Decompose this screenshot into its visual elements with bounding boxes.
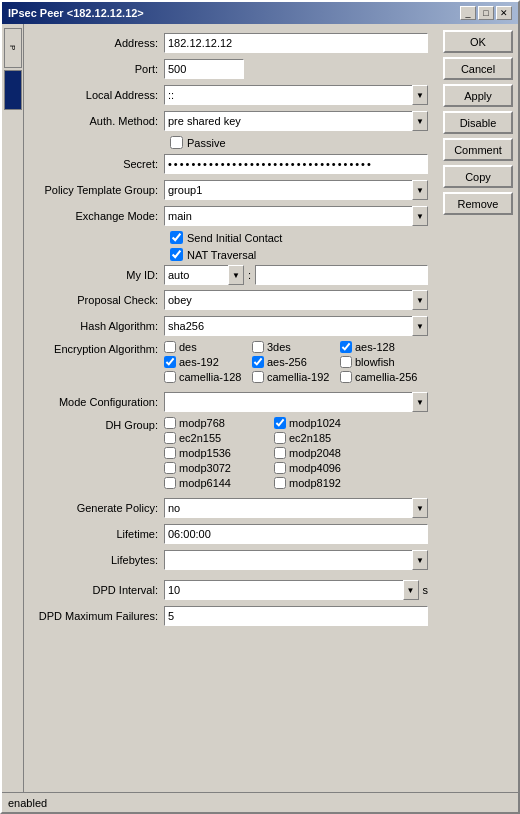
lifetime-input[interactable] — [164, 524, 428, 544]
copy-button[interactable]: Copy — [443, 165, 513, 188]
dh-modp2048-checkbox[interactable] — [274, 447, 286, 459]
cancel-button[interactable]: Cancel — [443, 57, 513, 80]
minimize-button[interactable]: _ — [460, 6, 476, 20]
enc-camellia256-checkbox[interactable] — [340, 371, 352, 383]
remove-button[interactable]: Remove — [443, 192, 513, 215]
comment-button[interactable]: Comment — [443, 138, 513, 161]
enc-3des-label: 3des — [267, 341, 291, 353]
dh-modp4096-checkbox[interactable] — [274, 462, 286, 474]
generate-policy-input[interactable] — [164, 498, 412, 518]
dh-modp6144: modp6144 — [164, 477, 274, 489]
dh-ec2n155: ec2n155 — [164, 432, 274, 444]
nat-traversal-checkbox[interactable] — [170, 248, 183, 261]
dh-modp8192: modp8192 — [274, 477, 384, 489]
dh-modp3072-checkbox[interactable] — [164, 462, 176, 474]
auth-method-dropdown-btn[interactable]: ▼ — [412, 111, 428, 131]
passive-label: Passive — [187, 137, 226, 149]
passive-checkbox[interactable] — [170, 136, 183, 149]
policy-template-label: Policy Template Group: — [34, 184, 164, 196]
left-sidebar: P — [2, 24, 24, 792]
enc-aes192: aes-192 — [164, 356, 252, 368]
policy-template-input[interactable] — [164, 180, 412, 200]
proposal-check-label: Proposal Check: — [34, 294, 164, 306]
dh-modp1536-label: modp1536 — [179, 447, 231, 459]
proposal-check-row: Proposal Check: ▼ — [34, 289, 428, 311]
my-id-dropdown-btn[interactable]: ▼ — [228, 265, 244, 285]
dh-modp6144-checkbox[interactable] — [164, 477, 176, 489]
hash-algorithm-dropdown-btn[interactable]: ▼ — [412, 316, 428, 336]
enc-aes256-checkbox[interactable] — [252, 356, 264, 368]
port-label: Port: — [34, 63, 164, 75]
mode-config-input[interactable] — [164, 392, 412, 412]
side-tab-p[interactable]: P — [4, 28, 22, 68]
policy-template-dropdown-btn[interactable]: ▼ — [412, 180, 428, 200]
port-input[interactable] — [164, 59, 244, 79]
generate-policy-dropdown: ▼ — [164, 498, 428, 518]
dh-modp4096: modp4096 — [274, 462, 384, 474]
enc-blowfish: blowfish — [340, 356, 428, 368]
dh-modp1024-checkbox[interactable] — [274, 417, 286, 429]
proposal-check-input[interactable] — [164, 290, 412, 310]
generate-policy-dropdown-btn[interactable]: ▼ — [412, 498, 428, 518]
enc-aes128: aes-128 — [340, 341, 428, 353]
hash-algorithm-label: Hash Algorithm: — [34, 320, 164, 332]
auth-method-input[interactable] — [164, 111, 412, 131]
auth-method-label: Auth. Method: — [34, 115, 164, 127]
send-initial-contact-checkbox[interactable] — [170, 231, 183, 244]
proposal-check-dropdown-btn[interactable]: ▼ — [412, 290, 428, 310]
policy-template-row: Policy Template Group: ▼ — [34, 179, 428, 201]
dh-ec2n185-checkbox[interactable] — [274, 432, 286, 444]
proposal-check-dropdown: ▼ — [164, 290, 428, 310]
my-id-select-wrapper: ▼ — [164, 265, 244, 285]
hash-algorithm-dropdown: ▼ — [164, 316, 428, 336]
exchange-mode-label: Exchange Mode: — [34, 210, 164, 222]
side-tab-active[interactable] — [4, 70, 22, 110]
dh-ec2n155-checkbox[interactable] — [164, 432, 176, 444]
dpd-max-failures-input[interactable] — [164, 606, 428, 626]
local-address-dropdown-btn[interactable]: ▼ — [412, 85, 428, 105]
my-id-type-input[interactable] — [164, 265, 228, 285]
dh-modp8192-checkbox[interactable] — [274, 477, 286, 489]
dh-modp8192-label: modp8192 — [289, 477, 341, 489]
secret-row: Secret: — [34, 153, 428, 175]
lifebytes-input[interactable] — [164, 550, 412, 570]
maximize-button[interactable]: □ — [478, 6, 494, 20]
disable-button[interactable]: Disable — [443, 111, 513, 134]
enc-aes192-checkbox[interactable] — [164, 356, 176, 368]
dpd-interval-dropdown: ▼ — [164, 580, 419, 600]
apply-button[interactable]: Apply — [443, 84, 513, 107]
lifebytes-dropdown: ▼ — [164, 550, 428, 570]
local-address-input[interactable] — [164, 85, 412, 105]
dpd-interval-dropdown-btn[interactable]: ▼ — [403, 580, 419, 600]
enc-camellia128: camellia-128 — [164, 371, 252, 383]
dh-modp1024-label: modp1024 — [289, 417, 341, 429]
enc-camellia128-checkbox[interactable] — [164, 371, 176, 383]
enc-aes256-label: aes-256 — [267, 356, 307, 368]
mode-config-dropdown-btn[interactable]: ▼ — [412, 392, 428, 412]
dh-modp2048-label: modp2048 — [289, 447, 341, 459]
ok-button[interactable]: OK — [443, 30, 513, 53]
address-input[interactable] — [164, 33, 428, 53]
dh-modp1536: modp1536 — [164, 447, 274, 459]
hash-algorithm-row: Hash Algorithm: ▼ — [34, 315, 428, 337]
secret-input[interactable] — [164, 154, 428, 174]
title-bar: IPsec Peer <182.12.12.12> _ □ ✕ — [2, 2, 518, 24]
local-address-row: Local Address: ▼ — [34, 84, 428, 106]
enc-des-checkbox[interactable] — [164, 341, 176, 353]
my-id-value-input[interactable] — [255, 265, 428, 285]
enc-camellia256: camellia-256 — [340, 371, 428, 383]
close-button[interactable]: ✕ — [496, 6, 512, 20]
dpd-interval-row: DPD Interval: ▼ s — [34, 579, 428, 601]
dh-group-label: DH Group: — [34, 417, 164, 431]
enc-camellia192-checkbox[interactable] — [252, 371, 264, 383]
enc-aes128-checkbox[interactable] — [340, 341, 352, 353]
dpd-interval-input[interactable] — [164, 580, 403, 600]
exchange-mode-dropdown-btn[interactable]: ▼ — [412, 206, 428, 226]
enc-blowfish-checkbox[interactable] — [340, 356, 352, 368]
enc-3des-checkbox[interactable] — [252, 341, 264, 353]
exchange-mode-input[interactable] — [164, 206, 412, 226]
lifebytes-dropdown-btn[interactable]: ▼ — [412, 550, 428, 570]
dh-modp1536-checkbox[interactable] — [164, 447, 176, 459]
dh-modp768-checkbox[interactable] — [164, 417, 176, 429]
hash-algorithm-input[interactable] — [164, 316, 412, 336]
